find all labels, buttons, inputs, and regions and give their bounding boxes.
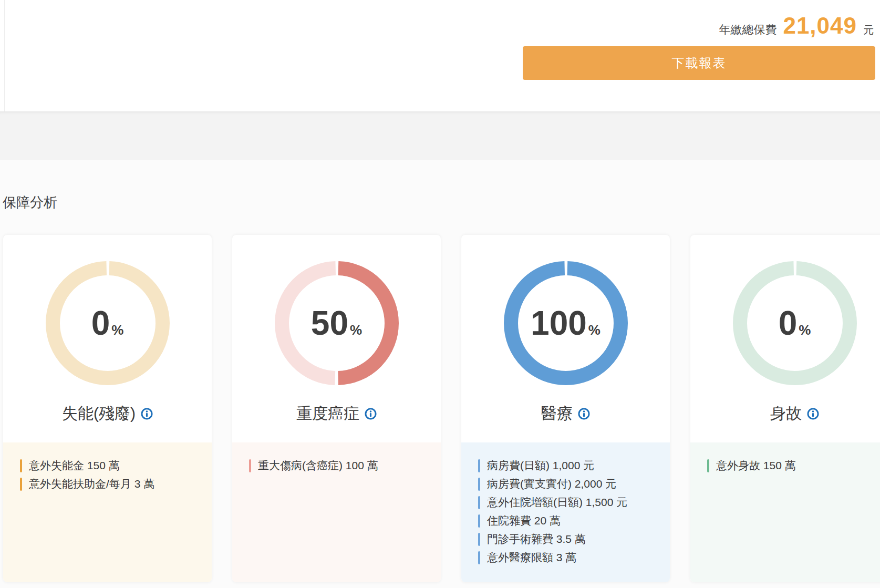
benefit-list: 意外失能金 150 萬 意外失能扶助金/每月 3 萬	[3, 442, 212, 582]
benefit-accent-bar	[249, 459, 251, 472]
benefit-item: 住院雜費 20 萬	[478, 514, 665, 528]
info-icon[interactable]	[141, 408, 153, 420]
annual-premium-unit: 元	[863, 23, 874, 37]
coverage-card: 100 % 醫療 病房費(日額) 1,000 元 病房費(實支實付) 2,000…	[461, 235, 670, 582]
benefit-item: 意外醫療限額 3 萬	[478, 551, 665, 564]
coverage-percent: 0 %	[46, 261, 170, 385]
coverage-card: 0 % 身故 意外身故 150 萬	[690, 235, 880, 582]
benefit-accent-bar	[478, 551, 480, 564]
coverage-percent-sign: %	[350, 322, 362, 338]
benefit-accent-bar	[478, 514, 480, 528]
benefit-text: 住院雜費 20 萬	[487, 513, 561, 528]
coverage-donut-chart: 50 %	[275, 261, 399, 385]
benefit-item: 病房費(日額) 1,000 元	[478, 459, 665, 472]
benefit-accent-bar	[20, 478, 22, 491]
benefit-text: 意外醫療限額 3 萬	[487, 550, 576, 565]
benefit-accent-bar	[478, 478, 480, 491]
benefit-item: 意外身故 150 萬	[707, 459, 880, 472]
coverage-card-title: 身故	[770, 403, 802, 425]
coverage-donut-chart: 0 %	[46, 261, 170, 385]
benefit-item: 意外失能金 150 萬	[20, 459, 206, 472]
annual-premium-summary: 年繳總保費 21,049 元	[719, 13, 874, 39]
benefit-text: 重大傷病(含癌症) 100 萬	[258, 458, 378, 473]
coverage-card: 0 % 失能(殘廢) 意外失能金 150 萬 意外失能扶助金/每月 3 萬	[3, 235, 212, 582]
benefit-list: 意外身故 150 萬	[690, 442, 880, 582]
annual-premium-value: 21,049	[783, 13, 857, 39]
coverage-percent: 100 %	[504, 261, 628, 385]
coverage-card-title: 失能(殘廢)	[62, 403, 136, 425]
coverage-percent-number: 0	[91, 304, 110, 343]
benefit-text: 意外住院增額(日額) 1,500 元	[487, 495, 627, 510]
benefit-item: 重大傷病(含癌症) 100 萬	[249, 459, 436, 472]
panel-left-edge	[4, 0, 5, 111]
benefit-text: 意外失能金 150 萬	[29, 458, 120, 473]
benefit-item: 門診手術雜費 3.5 萬	[478, 532, 665, 546]
coverage-percent-sign: %	[799, 322, 811, 338]
benefit-text: 病房費(日額) 1,000 元	[487, 458, 594, 473]
benefit-list: 重大傷病(含癌症) 100 萬	[232, 442, 441, 582]
coverage-card: 50 % 重度癌症 重大傷病(含癌症) 100 萬	[232, 235, 441, 582]
coverage-percent-number: 0	[779, 304, 798, 343]
benefit-list: 病房費(日額) 1,000 元 病房費(實支實付) 2,000 元 意外住院增額…	[461, 442, 670, 582]
benefit-accent-bar	[478, 496, 480, 509]
benefit-item: 意外住院增額(日額) 1,500 元	[478, 496, 665, 509]
benefit-accent-bar	[478, 459, 480, 472]
coverage-percent-number: 50	[311, 304, 348, 343]
coverage-percent-sign: %	[588, 322, 601, 338]
benefit-text: 意外失能扶助金/每月 3 萬	[29, 477, 154, 491]
section-divider-band	[0, 111, 880, 160]
coverage-percent: 0 %	[733, 261, 857, 385]
coverage-donut-chart: 0 %	[733, 261, 857, 385]
coverage-percent-sign: %	[111, 322, 123, 338]
coverage-percent: 50 %	[275, 261, 399, 385]
annual-premium-label: 年繳總保費	[719, 22, 777, 38]
download-report-button[interactable]: 下載報表	[523, 46, 875, 80]
benefit-accent-bar	[20, 459, 22, 472]
info-icon[interactable]	[807, 408, 819, 420]
benefit-item: 病房費(實支實付) 2,000 元	[478, 477, 665, 491]
benefit-text: 病房費(實支實付) 2,000 元	[487, 477, 616, 491]
benefit-text: 意外身故 150 萬	[716, 458, 796, 473]
coverage-percent-number: 100	[531, 304, 587, 343]
coverage-donut-chart: 100 %	[504, 261, 628, 385]
coverage-card-title: 醫療	[541, 403, 573, 425]
coverage-cards-row: 0 % 失能(殘廢) 意外失能金 150 萬 意外失能扶助金/每月 3 萬	[3, 235, 880, 582]
coverage-analysis-title: 保障分析	[3, 193, 57, 212]
benefit-accent-bar	[478, 533, 480, 546]
benefit-accent-bar	[707, 459, 709, 472]
coverage-card-title: 重度癌症	[296, 403, 359, 425]
info-icon[interactable]	[578, 408, 590, 420]
info-icon[interactable]	[365, 408, 377, 420]
benefit-item: 意外失能扶助金/每月 3 萬	[20, 477, 206, 491]
benefit-text: 門診手術雜費 3.5 萬	[487, 532, 586, 546]
